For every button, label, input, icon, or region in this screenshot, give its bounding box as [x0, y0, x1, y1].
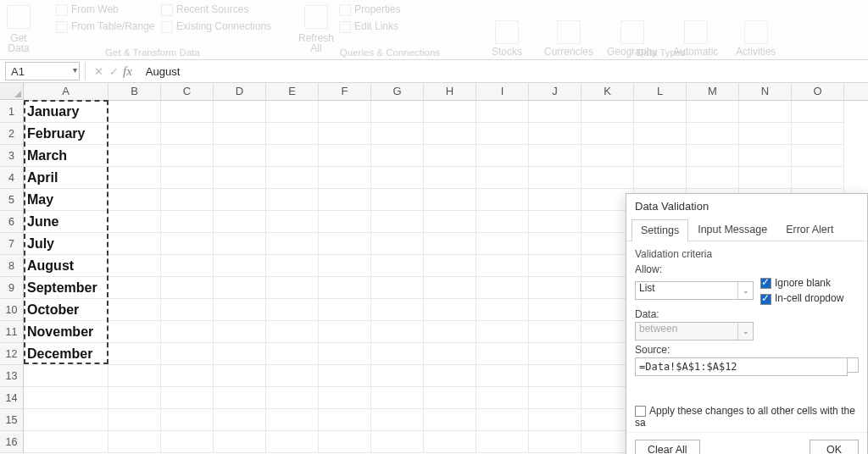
cell[interactable] [371, 167, 424, 189]
cell[interactable] [581, 145, 634, 167]
source-input[interactable] [635, 357, 848, 376]
cell[interactable] [108, 409, 161, 431]
recent-sources-button[interactable]: Recent Sources [176, 3, 248, 15]
cell[interactable] [792, 145, 844, 167]
cell[interactable] [581, 167, 634, 189]
cell[interactable] [424, 277, 476, 299]
allow-select[interactable]: List ⌄ [635, 281, 754, 300]
cell[interactable] [529, 431, 581, 453]
cell[interactable] [529, 167, 581, 189]
cell[interactable] [266, 431, 319, 453]
cell[interactable] [634, 145, 687, 167]
from-web-button[interactable]: From Web [71, 3, 119, 15]
cell[interactable] [266, 255, 319, 277]
cell[interactable] [529, 233, 581, 255]
in-cell-dropdown-checkbox[interactable] [760, 294, 771, 305]
cell[interactable] [161, 255, 214, 277]
row-header[interactable]: 4 [0, 167, 24, 189]
col-header-O[interactable]: O [792, 83, 844, 100]
cell[interactable] [476, 255, 529, 277]
cell[interactable] [108, 123, 161, 145]
cell[interactable]: May [24, 189, 108, 211]
cell[interactable] [161, 387, 214, 409]
cell[interactable] [476, 189, 529, 211]
cell[interactable] [214, 211, 266, 233]
cell[interactable] [476, 387, 529, 409]
cell[interactable] [634, 123, 687, 145]
cell[interactable] [214, 365, 266, 387]
cell[interactable] [161, 167, 214, 189]
cell[interactable] [529, 189, 581, 211]
cell[interactable] [371, 233, 424, 255]
cell[interactable] [529, 145, 581, 167]
cell[interactable] [424, 101, 476, 123]
from-table-button[interactable]: From Table/Range [71, 20, 155, 32]
cell[interactable] [214, 343, 266, 365]
cell[interactable]: April [24, 167, 108, 189]
col-header-I[interactable]: I [476, 83, 529, 100]
cell[interactable] [24, 431, 108, 453]
cell[interactable] [266, 167, 319, 189]
cell[interactable] [214, 145, 266, 167]
range-picker-icon[interactable] [848, 357, 859, 373]
cell[interactable] [319, 299, 371, 321]
cell[interactable] [214, 167, 266, 189]
cell[interactable] [161, 321, 214, 343]
activities-button[interactable]: Activities [736, 46, 776, 58]
cell[interactable] [161, 233, 214, 255]
row-header[interactable]: 11 [0, 321, 24, 343]
cell[interactable] [476, 167, 529, 189]
cell[interactable] [214, 123, 266, 145]
cell[interactable] [24, 365, 108, 387]
ignore-blank-checkbox[interactable] [760, 278, 771, 289]
row-header[interactable]: 12 [0, 343, 24, 365]
cell[interactable] [424, 255, 476, 277]
cell[interactable] [424, 321, 476, 343]
cell[interactable]: August [24, 255, 108, 277]
cell[interactable] [108, 211, 161, 233]
col-header-H[interactable]: H [424, 83, 476, 100]
cell[interactable] [371, 321, 424, 343]
row-header[interactable]: 1 [0, 101, 24, 123]
cell[interactable] [529, 343, 581, 365]
cell[interactable] [476, 299, 529, 321]
tab-error-alert[interactable]: Error Alert [776, 219, 843, 241]
cell[interactable] [319, 145, 371, 167]
cell[interactable] [792, 167, 844, 189]
cell[interactable] [108, 321, 161, 343]
cell[interactable] [687, 123, 739, 145]
column-headers[interactable]: ABCDEFGHIJKLMNO [24, 83, 868, 101]
cell[interactable]: February [24, 123, 108, 145]
existing-connections-button[interactable]: Existing Connections [176, 20, 271, 32]
cell[interactable] [371, 431, 424, 453]
row-header[interactable]: 9 [0, 277, 24, 299]
cell[interactable] [319, 123, 371, 145]
cell[interactable] [108, 387, 161, 409]
cell[interactable] [214, 299, 266, 321]
row-header[interactable]: 2 [0, 123, 24, 145]
cell[interactable] [371, 409, 424, 431]
cell[interactable] [476, 211, 529, 233]
cell[interactable] [529, 365, 581, 387]
cell[interactable] [319, 343, 371, 365]
cell[interactable] [529, 123, 581, 145]
cell[interactable] [792, 101, 844, 123]
cell[interactable] [476, 431, 529, 453]
cell[interactable] [424, 189, 476, 211]
cell[interactable] [108, 299, 161, 321]
cell[interactable] [266, 409, 319, 431]
cell[interactable] [266, 277, 319, 299]
row-header[interactable]: 6 [0, 211, 24, 233]
cell[interactable] [424, 299, 476, 321]
cell[interactable]: November [24, 321, 108, 343]
cell[interactable] [581, 123, 634, 145]
cell[interactable] [424, 145, 476, 167]
cell[interactable]: March [24, 145, 108, 167]
ok-button[interactable]: OK [810, 440, 859, 454]
cell[interactable] [319, 233, 371, 255]
cell[interactable] [319, 211, 371, 233]
cell[interactable] [371, 387, 424, 409]
cell[interactable]: September [24, 277, 108, 299]
cell[interactable] [108, 277, 161, 299]
cell[interactable] [371, 299, 424, 321]
